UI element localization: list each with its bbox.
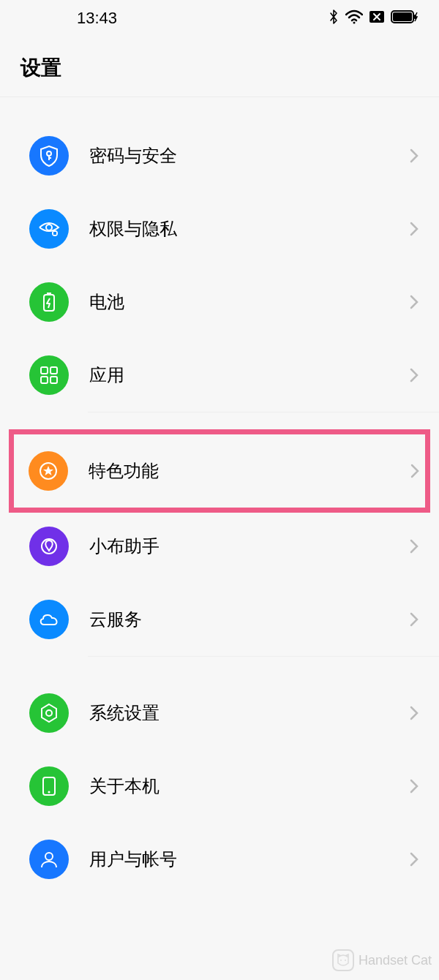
settings-list: 密码与安全 权限与隐私 电池 应用 特色功能	[0, 97, 439, 896]
page-header: 设置	[0, 37, 439, 97]
row-about-phone[interactable]: 关于本机	[0, 750, 439, 823]
row-battery[interactable]: 电池	[0, 265, 439, 339]
svg-rect-3	[393, 12, 412, 21]
chevron-right-icon	[410, 295, 419, 309]
row-special-features[interactable]: 特色功能	[29, 434, 419, 508]
watermark-text: Handset Cat	[359, 953, 432, 968]
row-label: 应用	[89, 363, 410, 387]
row-cloud[interactable]: 云服务	[0, 583, 439, 656]
star-icon	[29, 451, 68, 491]
row-label: 权限与隐私	[89, 217, 410, 241]
row-label: 系统设置	[89, 701, 410, 725]
hex-gear-icon	[29, 693, 69, 733]
cloud-icon	[29, 600, 69, 639]
bluetooth-icon	[329, 9, 339, 28]
row-label: 云服务	[89, 608, 410, 631]
row-label: 特色功能	[89, 459, 410, 483]
watermark-logo-icon	[332, 949, 354, 971]
svg-rect-11	[41, 367, 48, 374]
row-label: 小布助手	[89, 535, 410, 558]
status-bar: 13:43	[0, 0, 439, 37]
chevron-right-icon	[410, 706, 419, 720]
svg-rect-14	[50, 377, 57, 383]
svg-point-20	[45, 853, 53, 860]
svg-rect-13	[41, 377, 48, 383]
row-label: 用户与帐号	[89, 848, 410, 871]
watermark: Handset Cat	[332, 949, 432, 971]
shield-key-icon	[29, 136, 69, 176]
battery-icon	[29, 282, 69, 322]
row-label: 电池	[89, 290, 410, 314]
row-password-security[interactable]: 密码与安全	[0, 119, 439, 192]
svg-point-6	[46, 225, 52, 230]
svg-point-17	[46, 710, 52, 716]
wifi-icon	[345, 10, 363, 27]
page-title: 设置	[20, 54, 419, 82]
group-separator	[88, 656, 439, 676]
row-assistant[interactable]: 小布助手	[0, 510, 439, 583]
apps-icon	[29, 355, 69, 395]
row-privacy[interactable]: 权限与隐私	[0, 192, 439, 265]
eye-lock-icon	[29, 209, 69, 249]
svg-point-0	[353, 22, 356, 24]
status-icons	[329, 9, 419, 28]
svg-point-19	[48, 791, 50, 794]
highlight-special-features: 特色功能	[9, 429, 430, 513]
row-label: 密码与安全	[89, 144, 410, 167]
assistant-icon	[29, 527, 69, 566]
chevron-right-icon	[410, 368, 419, 382]
row-system-settings[interactable]: 系统设置	[0, 676, 439, 750]
row-label: 关于本机	[89, 774, 410, 798]
no-sim-icon	[369, 10, 385, 26]
chevron-right-icon	[410, 539, 419, 554]
chevron-right-icon	[410, 779, 419, 794]
status-time: 13:43	[77, 9, 117, 28]
user-icon	[29, 840, 69, 879]
chevron-right-icon	[410, 612, 419, 627]
chevron-right-icon	[410, 464, 419, 478]
phone-icon	[29, 766, 69, 806]
svg-point-21	[340, 960, 342, 961]
battery-icon	[391, 10, 419, 26]
svg-point-5	[47, 151, 51, 156]
row-apps[interactable]: 应用	[0, 339, 439, 412]
svg-point-22	[345, 960, 346, 961]
chevron-right-icon	[410, 222, 419, 236]
svg-rect-8	[53, 232, 56, 235]
chevron-right-icon	[410, 852, 419, 867]
row-users-accounts[interactable]: 用户与帐号	[0, 823, 439, 896]
chevron-right-icon	[410, 148, 419, 163]
svg-rect-12	[50, 367, 57, 374]
